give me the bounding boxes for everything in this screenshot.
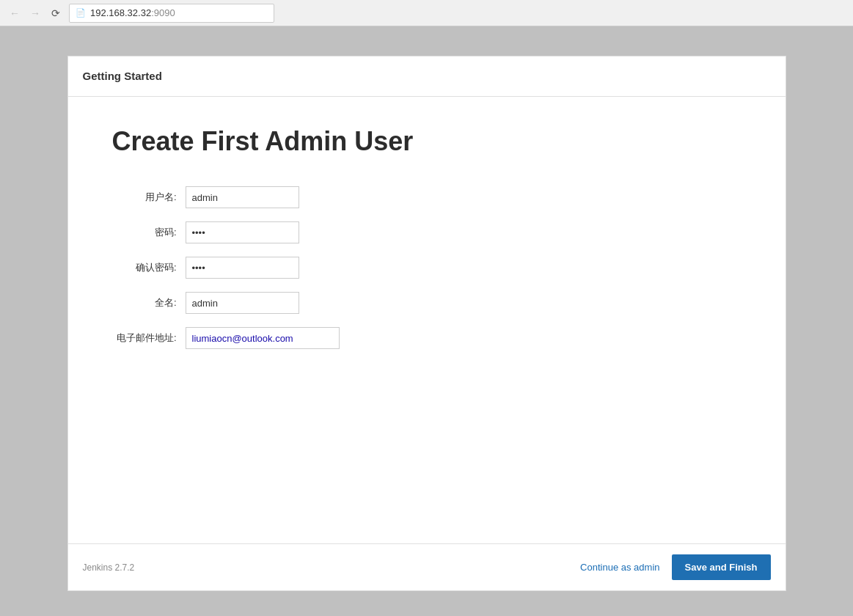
password-label: 密码: — [112, 226, 186, 239]
forward-button[interactable]: → — [28, 6, 43, 21]
admin-user-form: 用户名: 密码: 确认密码: 全名: — [112, 186, 479, 349]
continue-as-admin-link[interactable]: Continue as admin — [580, 562, 659, 573]
save-and-finish-button[interactable]: Save and Finish — [672, 554, 771, 580]
page-heading: Create First Admin User — [112, 126, 742, 157]
reload-button[interactable]: ⟳ — [48, 6, 63, 21]
jenkins-version: Jenkins 2.7.2 — [83, 562, 135, 573]
password-input[interactable] — [186, 221, 299, 243]
address-text: 192.168.32.32:9090 — [90, 7, 175, 18]
username-label: 用户名: — [112, 191, 186, 204]
panel-body: Create First Admin User 用户名: 密码: 确认密码: — [68, 97, 786, 543]
address-port: :9090 — [151, 7, 175, 18]
fullname-row: 全名: — [112, 292, 479, 314]
fullname-label: 全名: — [112, 296, 186, 309]
email-row: 电子邮件地址: — [112, 327, 479, 349]
content-panel: Getting Started Create First Admin User … — [67, 56, 786, 591]
panel-header: Getting Started — [68, 56, 786, 97]
email-label: 电子邮件地址: — [112, 331, 186, 345]
address-bar: 📄 192.168.32.32:9090 — [69, 4, 274, 23]
back-button[interactable]: ← — [7, 6, 22, 21]
address-host: 192.168.32.32 — [90, 7, 151, 18]
username-row: 用户名: — [112, 186, 479, 208]
page-wrapper: Getting Started Create First Admin User … — [0, 26, 853, 616]
browser-toolbar: ← → ⟳ 📄 192.168.32.32:9090 — [0, 0, 853, 26]
fullname-input[interactable] — [186, 292, 299, 314]
confirm-password-row: 确认密码: — [112, 257, 479, 279]
email-input[interactable] — [186, 327, 340, 349]
panel-footer: Jenkins 2.7.2 Continue as admin Save and… — [68, 543, 786, 590]
panel-title: Getting Started — [83, 70, 162, 82]
confirm-password-label: 确认密码: — [112, 261, 186, 274]
username-input[interactable] — [186, 186, 299, 208]
footer-actions: Continue as admin Save and Finish — [580, 554, 770, 580]
password-row: 密码: — [112, 221, 479, 243]
page-icon: 📄 — [76, 8, 86, 18]
confirm-password-input[interactable] — [186, 257, 299, 279]
